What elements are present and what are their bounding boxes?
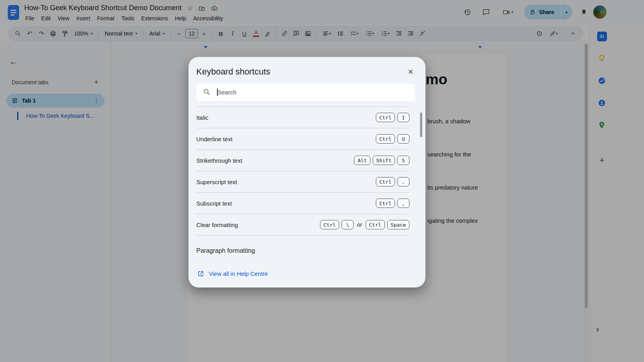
help-centre-link[interactable]: View all in Help Centre — [209, 270, 268, 277]
keycap: , — [397, 199, 409, 208]
keycap: Ctrl — [320, 220, 339, 229]
shortcut-search-input[interactable] — [196, 83, 415, 101]
shortcut-search-box — [196, 83, 415, 101]
keycap: Shift — [373, 156, 395, 165]
shortcut-label: Subscript text — [196, 200, 232, 207]
shortcut-label: Clear formatting — [196, 222, 238, 228]
shortcut-keys: Ctrl\orCtrlSpace — [320, 220, 409, 229]
shortcut-label: Strikethrough text — [196, 157, 242, 164]
keycap: Ctrl — [376, 177, 395, 186]
dialog-scrollbar-thumb[interactable] — [420, 112, 422, 137]
shortcut-keys: Ctrl, — [376, 199, 409, 208]
shortcut-row: Strikethrough textAltShift5 — [196, 150, 409, 171]
keyboard-shortcuts-dialog: Keyboard shortcuts × ItalicCtrlIUnderlin… — [189, 57, 425, 287]
shortcut-keys: CtrlU — [376, 134, 409, 144]
shortcut-label: Underline text — [196, 136, 233, 142]
close-icon[interactable]: × — [405, 66, 416, 77]
external-link-icon — [197, 270, 205, 277]
shortcut-list[interactable]: ItalicCtrlIUnderline textCtrlUStrikethro… — [196, 106, 409, 265]
shortcut-label: Italic — [196, 114, 208, 121]
shortcut-row: ItalicCtrlI — [196, 107, 409, 128]
keycap: I — [397, 113, 409, 122]
shortcut-row: Underline textCtrlU — [196, 128, 409, 150]
keycap: Ctrl — [376, 199, 395, 208]
dialog-title: Keyboard shortcuts — [196, 67, 270, 77]
shortcut-keys: AltShift5 — [354, 156, 409, 165]
or-separator: or — [357, 222, 362, 228]
section-header: Paragraph formatting — [196, 236, 409, 261]
shortcut-row: Superscript textCtrl. — [196, 171, 409, 193]
shortcut-row: Subscript textCtrl, — [196, 193, 409, 214]
shortcut-row: Clear formattingCtrl\orCtrlSpace — [196, 214, 409, 236]
google-docs-app: How-To Geek Keyboard Shortcut Demo Docum… — [0, 0, 644, 362]
keycap: Ctrl — [376, 134, 395, 144]
shortcut-label: Superscript text — [196, 179, 237, 185]
keycap: Space — [387, 220, 409, 229]
shortcut-keys: CtrlI — [376, 113, 409, 122]
keycap: . — [397, 177, 409, 186]
keycap: Alt — [354, 156, 370, 165]
shortcut-keys: Ctrl. — [376, 177, 409, 186]
keycap: U — [397, 134, 409, 144]
keycap: Ctrl — [366, 220, 385, 229]
keycap: 5 — [397, 156, 409, 165]
keycap: \ — [342, 220, 354, 229]
keycap: Ctrl — [376, 113, 395, 122]
